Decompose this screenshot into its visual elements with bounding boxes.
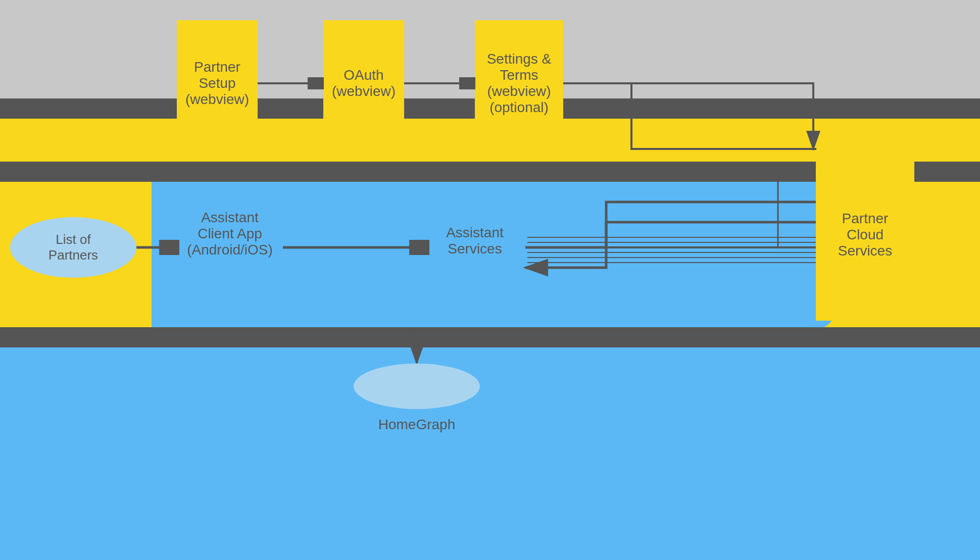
assistant-services-label: Assistant Services [424,225,525,257]
settings-terms-box: Settings & Terms (webview) (optional) [475,20,563,146]
partner-setup-box: Partner Setup (webview) [177,20,258,146]
list-of-partners-ellipse: List of Partners [10,217,136,278]
assistant-client-label: Assistant Client App (Android/iOS) [179,210,280,258]
bg-blue-bottom [0,328,980,560]
homegraph-ellipse [354,364,480,409]
oauth-box: OAuth (webview) [323,20,404,146]
dark-bar-3 [0,327,980,347]
partner-cloud-box: Partner Cloud Services [816,149,914,321]
homegraph-label: HomeGraph [354,417,480,433]
